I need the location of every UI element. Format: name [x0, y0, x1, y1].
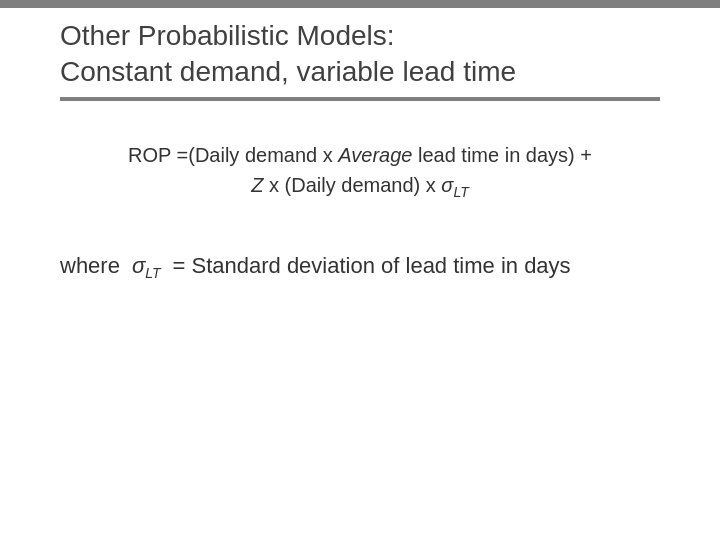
where-block: where σLT = Standard deviation of lead t…	[60, 253, 660, 281]
title-line1: Other Probabilistic Models:	[60, 20, 395, 51]
title-area: Other Probabilistic Models: Constant dem…	[60, 18, 660, 101]
header-bar	[0, 0, 720, 8]
slide-title: Other Probabilistic Models: Constant dem…	[60, 18, 660, 91]
rop-sigma-sub: LT	[453, 184, 468, 200]
rop-line2-middle: x (Daily demand) x	[264, 174, 442, 196]
title-underline	[60, 97, 660, 101]
slide: Other Probabilistic Models: Constant dem…	[0, 0, 720, 540]
content-area: ROP =(Daily demand x Average lead time i…	[60, 140, 660, 281]
rop-line1-end: lead time in days) +	[412, 144, 592, 166]
rop-equation-line1: ROP =(Daily demand x Average lead time i…	[60, 140, 660, 170]
title-line2: Constant demand, variable lead time	[60, 56, 516, 87]
rop-equation-line2: Z x (Daily demand) x σLT	[60, 170, 660, 203]
rop-sigma: σLT	[441, 174, 468, 196]
rop-block: ROP =(Daily demand x Average lead time i…	[60, 140, 660, 203]
where-definition: = Standard deviation of lead time in day…	[173, 253, 571, 279]
where-sigma: σLT	[132, 253, 161, 281]
rop-label: ROP =(Daily demand x	[128, 144, 338, 166]
where-sigma-sub: LT	[145, 265, 160, 281]
rop-z: Z	[251, 174, 263, 196]
rop-average: Average	[338, 144, 412, 166]
where-label: where	[60, 253, 120, 279]
